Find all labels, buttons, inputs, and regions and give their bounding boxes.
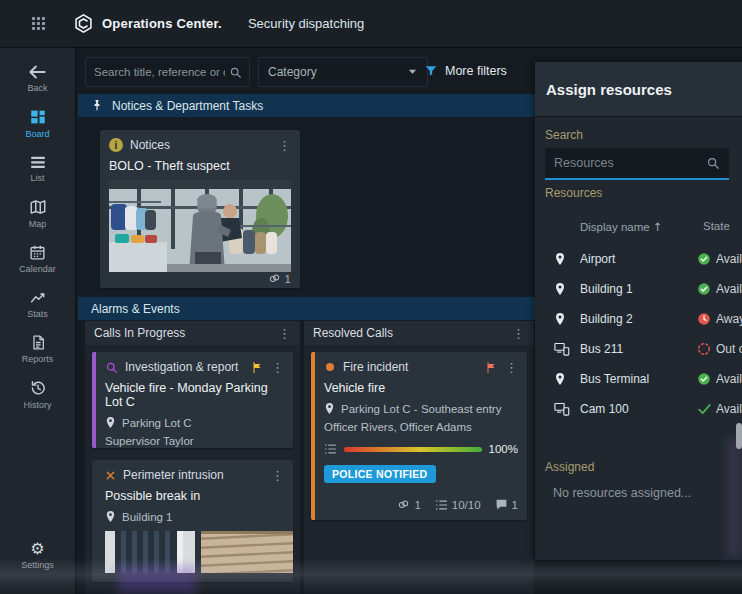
sidebar-item-label: Calendar xyxy=(19,264,56,274)
filter-funnel-icon xyxy=(424,64,438,78)
board-search-field xyxy=(85,57,250,87)
assigned-section-label: Assigned xyxy=(545,460,594,474)
search-section-label: Search xyxy=(545,128,583,142)
resolved-calls-column: Resolved Calls ⋮ Fire incident ⋮ xyxy=(304,321,534,594)
comment-count: 1 xyxy=(512,499,518,511)
kebab-menu-icon[interactable]: ⋮ xyxy=(271,469,284,482)
kebab-menu-icon[interactable]: ⋮ xyxy=(278,139,291,152)
attachments-summary: 1 xyxy=(109,272,291,285)
app-launcher-icon[interactable] xyxy=(30,15,47,32)
sidebar-item-label: List xyxy=(30,173,44,183)
comments-summary: 1 xyxy=(495,498,518,511)
resource-state: Available xyxy=(716,372,742,386)
resource-name: Bus 211 xyxy=(580,342,623,356)
status-out-of-service-icon xyxy=(697,342,711,356)
sidebar-item-board[interactable]: Board xyxy=(0,101,75,147)
resource-name: Airport xyxy=(580,252,615,266)
card-title: Possible break in xyxy=(105,489,284,503)
evidence-photo-thumbnail[interactable] xyxy=(105,531,195,573)
sidebar-item-label: Back xyxy=(27,83,47,93)
sidebar-item-map[interactable]: Map xyxy=(0,191,75,237)
sidebar-item-back[interactable]: Back xyxy=(0,57,75,101)
bolo-suspect-photo[interactable] xyxy=(109,180,291,272)
status-check-icon xyxy=(697,403,712,416)
kebab-menu-icon[interactable]: ⋮ xyxy=(512,327,525,340)
card-title: BOLO - Theft suspect xyxy=(109,159,291,173)
location-pin-icon xyxy=(554,252,566,267)
search-input[interactable] xyxy=(86,66,229,78)
resource-state: Out of service xyxy=(716,342,742,356)
column-title: Calls In Progress xyxy=(94,326,185,340)
sidebar-item-label: Board xyxy=(25,129,49,139)
more-filters-button[interactable]: More filters xyxy=(424,57,507,85)
pinned-section-header[interactable]: Notices & Department Tasks xyxy=(78,94,535,117)
location-pin-icon xyxy=(105,416,116,429)
kebab-menu-icon[interactable]: ⋮ xyxy=(271,361,284,374)
sidebar-item-label: Reports xyxy=(22,354,54,364)
call-card-perimeter[interactable]: Perimeter intrusion ⋮ Possible break in … xyxy=(92,460,293,582)
column-header-state[interactable]: State xyxy=(703,220,730,232)
kebab-menu-icon[interactable]: ⋮ xyxy=(278,327,291,340)
call-card-fire[interactable]: Fire incident ⋮ Vehicle fire xyxy=(311,352,527,520)
column-header-display-name[interactable]: Display name ↑ xyxy=(580,220,663,234)
status-available-icon xyxy=(697,252,711,266)
sidebar-item-calendar[interactable]: Calendar xyxy=(0,237,75,282)
sidebar-item-label: History xyxy=(23,400,51,410)
evidence-photo-thumbnail[interactable] xyxy=(201,531,293,573)
sidebar-item-history[interactable]: History xyxy=(0,372,75,418)
brand: Operations Center. xyxy=(73,13,222,34)
column-header: Calls In Progress ⋮ xyxy=(85,321,300,345)
category-dropdown[interactable]: Category xyxy=(258,57,428,87)
card-title: Vehicle fire xyxy=(324,381,518,395)
resource-row[interactable]: Airport Available xyxy=(535,244,742,274)
flag-icon xyxy=(485,361,497,374)
scrollbar-thumb[interactable] xyxy=(736,423,742,449)
resource-state: Available xyxy=(716,282,742,296)
app-window: Operations Center. Security dispatching … xyxy=(0,0,742,594)
alarms-section-header[interactable]: Alarms & Events xyxy=(78,297,535,320)
search-icon xyxy=(706,156,720,170)
location-pin-icon xyxy=(324,402,335,415)
history-clock-icon xyxy=(29,379,47,397)
sidebar-item-settings[interactable]: ⚙ Settings xyxy=(0,534,75,578)
call-card-investigation[interactable]: Investigation & report ⋮ Vehicle fire - … xyxy=(92,352,293,448)
card-location: Parking Lot C - Southeast entry xyxy=(341,403,501,415)
resource-row[interactable]: Building 1 Available xyxy=(535,274,742,304)
resource-state: Away xyxy=(716,312,742,326)
progress-bar xyxy=(344,447,482,452)
calls-in-progress-column: Calls In Progress ⋮ Investigation & repo… xyxy=(85,321,300,594)
priority-accent-bar xyxy=(92,352,96,448)
resource-row[interactable]: Bus Terminal Available xyxy=(535,364,742,394)
sidebar-item-list[interactable]: List xyxy=(0,147,75,191)
resources-search-input[interactable] xyxy=(545,156,706,170)
resource-row[interactable]: Building 2 Away xyxy=(535,304,742,334)
list-icon xyxy=(29,154,47,170)
sidebar-item-reports[interactable]: Reports xyxy=(0,327,75,372)
checklist-progress: 100% xyxy=(324,443,518,455)
assign-resources-panel: Assign resources Search Resources Displa… xyxy=(535,62,742,560)
operations-center-logo-icon xyxy=(73,13,94,34)
sidebar-item-stats[interactable]: Stats xyxy=(0,282,75,327)
board-icon xyxy=(29,108,47,126)
checklist-summary: 10/10 xyxy=(435,499,481,511)
card-title: Vehicle fire - Monday Parking Lot C xyxy=(105,381,284,409)
progress-percent: 100% xyxy=(489,443,518,455)
resource-row[interactable]: Bus 211 Out of service xyxy=(535,334,742,364)
column-header: Resolved Calls ⋮ xyxy=(304,321,534,345)
search-icon xyxy=(229,66,242,79)
card-category-label: Investigation & report xyxy=(125,360,238,374)
page-title: Security dispatching xyxy=(248,16,364,31)
map-icon xyxy=(29,198,47,216)
resource-row[interactable]: Cam 100 Available xyxy=(535,394,742,424)
sort-ascending-icon: ↑ xyxy=(653,220,663,234)
status-badge: POLICE NOTIFIED xyxy=(324,465,436,483)
card-location: Parking Lot C xyxy=(122,417,192,429)
notices-card[interactable]: i Notices ⋮ BOLO - Theft suspect xyxy=(100,130,300,288)
gear-icon: ⚙ xyxy=(30,541,44,557)
chevron-down-icon xyxy=(407,68,418,76)
assigned-empty-text: No resources assigned... xyxy=(553,486,691,500)
devices-icon xyxy=(554,402,570,416)
kebab-menu-icon[interactable]: ⋮ xyxy=(505,361,518,374)
checklist-icon xyxy=(324,443,337,455)
location-pin-icon xyxy=(554,372,566,387)
